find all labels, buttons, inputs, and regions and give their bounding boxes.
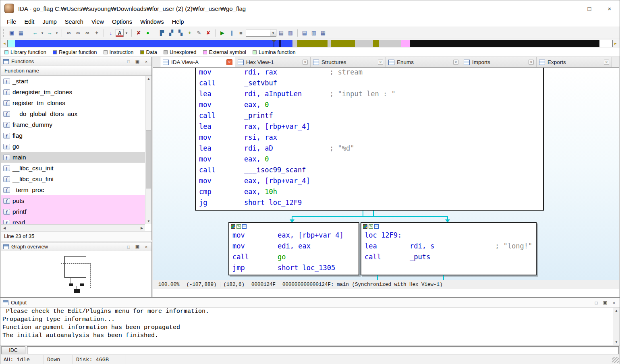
panel-maximize-icon[interactable]: □ [593, 300, 599, 306]
navband-segment[interactable] [281, 40, 292, 47]
panel-float-icon[interactable]: ▣ [134, 58, 141, 65]
tab-enums[interactable]: Enums × [386, 57, 461, 67]
function-list-vertical-scrollbar[interactable]: ▲ ▼ [145, 76, 151, 224]
node-edit-icon[interactable]: ✎ [369, 224, 373, 229]
menu-file[interactable]: File [3, 17, 20, 27]
band-scroll-right-icon[interactable]: ► [613, 40, 618, 47]
debugger-pause-icon[interactable]: ∥ [227, 29, 236, 37]
idc-language-button[interactable]: IDC [1, 346, 25, 354]
scroll-left-icon[interactable]: ◀ [1, 225, 8, 231]
flow-chart-icon[interactable]: ▛ [158, 29, 166, 37]
tab-close-icon[interactable]: × [378, 60, 383, 65]
function-row[interactable]: ƒ read [1, 217, 145, 224]
asm-line[interactable]: leardi, aD; "%d" [199, 143, 543, 154]
asm-line[interactable]: leardi, aInputLen; "input len : " [199, 89, 543, 99]
function-row[interactable]: ƒ printf [1, 206, 145, 217]
asm-line[interactable]: moveax, [rbp+var_4] [199, 176, 543, 186]
tab-close-icon[interactable]: × [529, 60, 534, 65]
save-database-icon[interactable]: ▦ [17, 29, 25, 37]
graph-overview-minimap[interactable] [1, 251, 151, 297]
navband-segment[interactable] [355, 40, 373, 47]
asm-line[interactable]: moveax, [rbp+var_4] [232, 230, 359, 241]
open-imports-window-icon[interactable]: ▤ [300, 29, 309, 37]
navigation-band[interactable] [7, 40, 613, 47]
function-row[interactable]: ƒ register_tm_clones [1, 97, 145, 108]
asm-line[interactable]: call_setvbuf [199, 78, 543, 89]
function-row[interactable]: ƒ __libc_csu_init [1, 163, 145, 174]
function-row[interactable]: ƒ _start [1, 76, 145, 87]
navband-segment[interactable] [401, 40, 410, 47]
basic-block-loc-12F9[interactable]: ✎ loc_12F9: leardi, s; "long!" call_puts [361, 222, 537, 275]
asm-line[interactable]: cmpeax, 10h [199, 186, 543, 197]
navband-segment[interactable] [297, 40, 328, 47]
set-colors-icon[interactable]: A [116, 29, 124, 37]
cancel-analysis-icon[interactable]: ✘ [134, 29, 143, 37]
panel-maximize-icon[interactable]: □ [125, 244, 132, 250]
panel-close-icon[interactable]: × [611, 300, 617, 306]
tab-close-icon[interactable]: × [303, 60, 308, 65]
jump-to-address-icon[interactable]: ↓ [106, 29, 115, 37]
menu-jump[interactable]: Jump [38, 17, 60, 27]
node-color-icon[interactable] [363, 224, 367, 229]
navband-segment[interactable] [15, 40, 279, 47]
forward-history-dropdown-icon[interactable]: ▾ [54, 29, 59, 37]
function-row[interactable]: ƒ go [1, 141, 145, 152]
create-function-icon[interactable]: + [185, 29, 194, 37]
asm-line[interactable]: call___isoc99_scanf [199, 165, 543, 176]
asm-line[interactable]: call_printf [199, 110, 543, 121]
tab-exports[interactable]: Exports × [537, 57, 612, 67]
asm-line[interactable]: callgo [232, 252, 359, 263]
asm-line[interactable]: movedi, eax [232, 241, 359, 252]
function-row[interactable]: ƒ __do_global_dtors_aux [1, 108, 145, 119]
function-row[interactable]: ƒ deregister_tm_clones [1, 87, 145, 97]
debugger-selector[interactable]: ▾ [246, 29, 276, 37]
tab-close-icon[interactable]: × [453, 60, 458, 65]
minimize-button[interactable]: ─ [559, 0, 579, 17]
scroll-down-icon[interactable]: ▼ [145, 218, 151, 224]
navigate-back-icon[interactable]: ← [31, 29, 39, 37]
panel-float-icon[interactable]: ▣ [602, 300, 608, 306]
node-group-icon[interactable] [374, 224, 379, 229]
menu-windows[interactable]: Windows [136, 17, 168, 27]
node-color-icon[interactable] [231, 224, 235, 229]
scrollbar-thumb[interactable] [146, 130, 151, 188]
basic-block-main[interactable]: movrdi, rax; stream call_setvbuf leardi,… [195, 68, 544, 211]
navband-segment[interactable] [328, 40, 331, 47]
scroll-up-icon[interactable]: ▲ [613, 308, 620, 314]
colors-dropdown-icon[interactable]: ▾ [124, 29, 129, 37]
tab-structures[interactable]: Structures × [311, 57, 386, 67]
maximize-button[interactable]: □ [579, 0, 599, 17]
panel-float-icon[interactable]: ▣ [134, 244, 141, 250]
function-name-column-header[interactable]: Function name [1, 66, 151, 76]
asm-line[interactable]: movrsi, rax [199, 132, 543, 143]
scroll-up-icon[interactable]: ▲ [145, 76, 151, 82]
band-scroll-left-icon[interactable]: ◄ [2, 40, 7, 47]
menu-edit[interactable]: Edit [20, 17, 38, 27]
idc-command-input[interactable] [27, 346, 619, 354]
function-row[interactable]: ƒ __libc_csu_fini [1, 174, 145, 184]
function-row[interactable]: ƒ frame_dummy [1, 119, 145, 130]
navband-segment[interactable] [8, 40, 15, 47]
asm-line[interactable]: jmpshort loc_1305 [232, 263, 359, 273]
navband-segment[interactable] [331, 40, 355, 47]
function-row[interactable]: ƒ main [1, 152, 145, 163]
menu-help[interactable]: Help [168, 17, 188, 27]
asm-line[interactable]: loc_12F9: [365, 230, 536, 241]
overview-viewport-rect[interactable] [61, 263, 91, 288]
tab-ida-view-a[interactable]: IDA View-A × [160, 57, 235, 67]
menu-options[interactable]: Options [108, 17, 136, 27]
asm-line[interactable]: leardi, s; "long!" [365, 241, 536, 252]
debugger-stop-icon[interactable]: ■ [236, 29, 245, 37]
tab-imports[interactable]: Imports × [461, 57, 537, 67]
resize-grip[interactable] [612, 357, 619, 363]
back-history-dropdown-icon[interactable]: ▾ [40, 29, 45, 37]
navband-segment[interactable] [292, 40, 297, 47]
xref-chart-icon[interactable]: ▚ [176, 29, 185, 37]
tab-close-icon[interactable]: × [226, 59, 232, 65]
navband-segment[interactable] [379, 40, 401, 47]
search-next-icon[interactable]: ∞ [74, 29, 83, 37]
asm-line[interactable]: learax, [rbp+var_4] [199, 121, 543, 132]
open-exports-window-icon[interactable]: ▥ [309, 29, 318, 37]
close-button[interactable]: × [599, 0, 620, 17]
call-graph-icon[interactable]: ▞ [167, 29, 176, 37]
